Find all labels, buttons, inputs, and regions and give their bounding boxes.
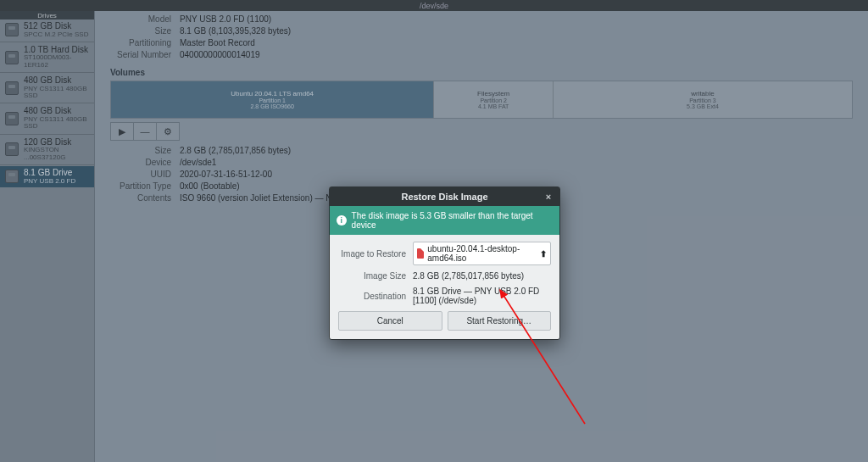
- hdd-icon: [5, 112, 19, 125]
- play-icon: ▶: [119, 126, 125, 137]
- label-part-contents: Contents: [110, 193, 171, 203]
- hdd-icon: [5, 142, 19, 156]
- volume-fs: 5.3 GB Ext4: [687, 103, 719, 109]
- divider: [0, 103, 94, 103]
- iso-file-icon: [417, 248, 424, 259]
- drive-subtitle: PNY CS1311 480GB SSD: [24, 116, 89, 131]
- value-model: PNY USB 2.0 FD (1100): [180, 14, 271, 24]
- window-title: /dev/sde: [420, 2, 448, 10]
- image-file-name: ubuntu-20.04.1-desktop-amd64.iso: [427, 244, 537, 263]
- volume-partition-2[interactable]: Filesystem Partition 2 4.1 MB FAT: [433, 81, 554, 118]
- window-titlebar: /dev/sde: [0, 0, 868, 11]
- sidebar-item-disk-480gb-2[interactable]: 480 GB Disk PNY CS1311 480GB SSD: [0, 104, 94, 132]
- open-file-icon: ⬆: [540, 249, 547, 259]
- value-part-uuid: 2020-07-31-16-51-12-00: [180, 170, 272, 179]
- close-icon: ×: [546, 192, 551, 202]
- mount-button[interactable]: ▶: [110, 122, 134, 141]
- value-part-size: 2.8 GB (2,785,017,856 bytes): [180, 146, 291, 155]
- sidebar-item-drive-8gb-usb[interactable]: 8.1 GB Drive PNY USB 2.0 FD: [0, 166, 94, 187]
- dialog-title: Restore Disk Image: [401, 192, 487, 202]
- label-partitioning: Partitioning: [110, 38, 171, 47]
- sidebar-item-disk-480gb-1[interactable]: 480 GB Disk PNY CS1311 480GB SSD: [0, 74, 94, 102]
- volume-label: Filesystem: [477, 90, 509, 97]
- dialog-info-text: The disk image is 5.3 GB smaller than th…: [352, 211, 553, 230]
- drive-title: 8.1 GB Drive: [24, 169, 75, 178]
- drive-subtitle: PNY USB 2.0 FD: [24, 178, 75, 185]
- volume-label: writable: [691, 90, 715, 97]
- drive-subtitle: PNY CS1311 480GB SSD: [24, 86, 89, 100]
- volume-sub: Partition 3: [689, 97, 716, 103]
- hdd-icon: [5, 23, 19, 36]
- volume-fs: 2.8 GB ISO9660: [251, 103, 294, 109]
- volume-label: Ubuntu 20.04.1 LTS amd64: [231, 90, 314, 97]
- divider: [0, 164, 94, 165]
- volume-partition-1[interactable]: Ubuntu 20.04.1 LTS amd64 Partition 1 2.8…: [111, 81, 433, 118]
- dialog-info-banner: i The disk image is 5.3 GB smaller than …: [330, 206, 559, 235]
- delete-partition-button[interactable]: —: [133, 122, 157, 141]
- image-file-chooser[interactable]: ubuntu-20.04.1-desktop-amd64.iso ⬆: [413, 242, 551, 265]
- sidebar-item-disk-512gb[interactable]: 512 GB Disk SPCC M.2 PCIe SSD: [0, 19, 94, 41]
- drives-sidebar: Drives 512 GB Disk SPCC M.2 PCIe SSD 1.0…: [0, 11, 95, 462]
- value-serial: 04000000000014019: [180, 50, 260, 59]
- label-model: Model: [110, 14, 171, 24]
- volume-toolbar: ▶ — ⚙: [110, 122, 853, 141]
- gear-icon: ⚙: [164, 126, 172, 137]
- value-partitioning: Master Boot Record: [180, 38, 255, 47]
- drive-subtitle: ST1000DM003-1ER162: [24, 54, 89, 69]
- volume-fs: 4.1 MB FAT: [478, 103, 509, 109]
- label-part-size: Size: [110, 146, 171, 155]
- volume-sub: Partition 1: [259, 97, 286, 103]
- hdd-icon: [5, 81, 19, 95]
- volume-sub: Partition 2: [480, 97, 507, 103]
- label-part-device: Device: [110, 158, 171, 167]
- restore-disk-image-dialog: Restore Disk Image × i The disk image is…: [329, 186, 560, 340]
- divider: [0, 72, 94, 73]
- sidebar-header: Drives: [0, 11, 94, 19]
- info-icon: i: [337, 215, 347, 225]
- sidebar-item-disk-120gb[interactable]: 120 GB Disk KINGSTON ...00S37120G: [0, 136, 94, 164]
- dialog-titlebar: Restore Disk Image ×: [330, 187, 559, 206]
- drive-subtitle: SPCC M.2 PCIe SSD: [24, 31, 88, 38]
- drive-title: 512 GB Disk: [24, 22, 88, 31]
- value-destination: 8.1 GB Drive — PNY USB 2.0 FD [1100] (/d…: [413, 287, 551, 305]
- volume-partition-3[interactable]: writable Partition 3 5.3 GB Ext4: [554, 81, 852, 118]
- sidebar-item-disk-1tb[interactable]: 1.0 TB Hard Disk ST1000DM003-1ER162: [0, 43, 94, 71]
- partition-options-button[interactable]: ⚙: [156, 122, 180, 141]
- value-image-size: 2.8 GB (2,785,017,856 bytes): [413, 271, 551, 281]
- label-part-uuid: UUID: [110, 170, 171, 179]
- minus-icon: —: [141, 126, 150, 136]
- usb-drive-icon: [5, 170, 19, 183]
- cancel-button[interactable]: Cancel: [338, 311, 442, 331]
- divider: [0, 42, 94, 42]
- label-part-type: Partition Type: [110, 181, 171, 191]
- label-size: Size: [110, 26, 171, 36]
- divider: [0, 134, 94, 135]
- label-image-size: Image Size: [338, 271, 406, 281]
- dialog-close-button[interactable]: ×: [542, 191, 554, 203]
- start-restoring-button[interactable]: Start Restoring…: [448, 311, 552, 331]
- label-image-to-restore: Image to Restore: [338, 249, 406, 259]
- volumes-heading: Volumes: [110, 68, 853, 77]
- drive-subtitle: KINGSTON ...00S37120G: [24, 147, 89, 161]
- hdd-icon: [5, 51, 19, 64]
- label-serial: Serial Number: [110, 50, 171, 59]
- volumes-layout: Ubuntu 20.04.1 LTS amd64 Partition 1 2.8…: [110, 81, 853, 119]
- value-size: 8.1 GB (8,103,395,328 bytes): [180, 26, 291, 36]
- label-destination: Destination: [338, 292, 406, 301]
- value-part-type: 0x00 (Bootable): [180, 181, 240, 191]
- value-part-device: /dev/sde1: [180, 158, 216, 167]
